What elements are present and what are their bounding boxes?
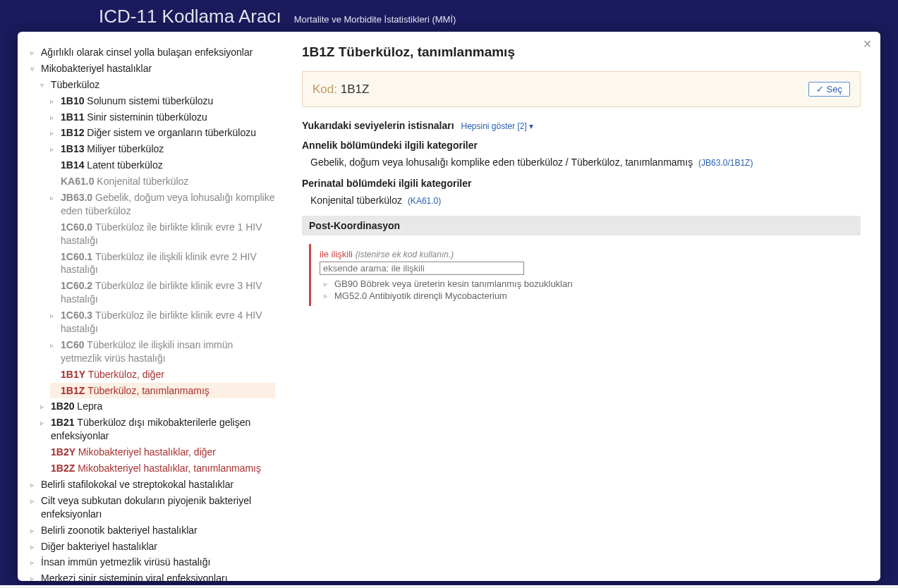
app-subtitle: Mortalite ve Morbidite İstatistikleri (M… [294, 14, 456, 25]
tree-panel[interactable]: ▹Ağırlıklı olarak cinsel yolla bulaşan e… [18, 32, 282, 33]
modal-dialog: ✕ ▹Ağırlıklı olarak cinsel yolla bulaşan… [18, 32, 880, 33]
app-header: ICD-11 Kodlama Aracı Mortalite ve Morbid… [0, 0, 898, 33]
app-title: ICD-11 Kodlama Aracı [99, 6, 281, 27]
detail-panel: 1B1Z Tüberküloz, tanımlanmamış Kod: 1B1Z… [282, 32, 880, 33]
